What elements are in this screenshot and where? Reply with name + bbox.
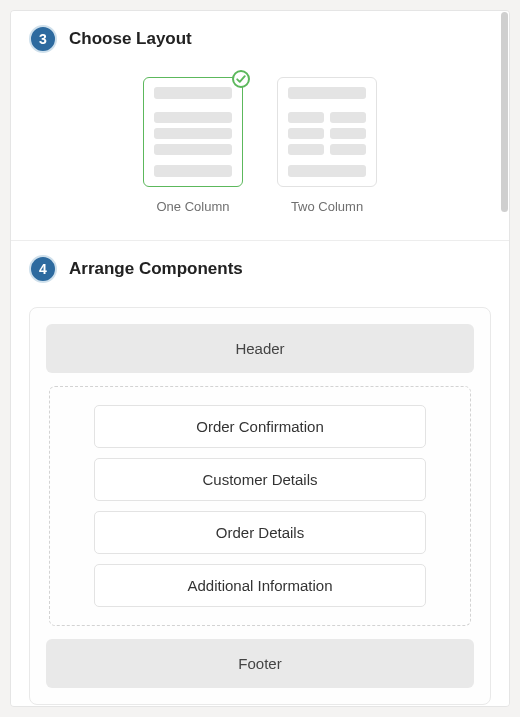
arrange-footer-slot[interactable]: Footer — [46, 639, 474, 688]
component-item[interactable]: Order Confirmation — [94, 405, 426, 448]
layout-option-two-column[interactable]: Two Column — [277, 77, 377, 214]
scrollbar-thumb[interactable] — [501, 12, 508, 212]
layout-option-label: One Column — [157, 199, 230, 214]
section-title: Arrange Components — [69, 259, 243, 279]
layout-thumbnail-one-column — [143, 77, 243, 187]
arrange-header-slot[interactable]: Header — [46, 324, 474, 373]
component-item[interactable]: Customer Details — [94, 458, 426, 501]
layout-option-label: Two Column — [291, 199, 363, 214]
component-item[interactable]: Order Details — [94, 511, 426, 554]
section-title: Choose Layout — [69, 29, 192, 49]
settings-panel: 3 Choose Layout — [10, 10, 510, 707]
arrange-canvas: Header Order Confirmation Customer Detai… — [29, 307, 491, 705]
step-number-badge: 4 — [29, 255, 57, 283]
check-icon — [232, 70, 250, 88]
layout-thumbnail-two-column — [277, 77, 377, 187]
layout-option-one-column[interactable]: One Column — [143, 77, 243, 214]
section-header: 3 Choose Layout — [11, 11, 509, 67]
arrange-body-slot[interactable]: Order Confirmation Customer Details Orde… — [49, 386, 471, 626]
step-number-badge: 3 — [29, 25, 57, 53]
section-choose-layout: 3 Choose Layout — [11, 11, 509, 241]
component-item[interactable]: Additional Information — [94, 564, 426, 607]
section-arrange-components: 4 Arrange Components Header Order Confir… — [11, 241, 509, 707]
section-header: 4 Arrange Components — [11, 241, 509, 297]
layout-options-group: One Column Two Column — [29, 73, 491, 214]
